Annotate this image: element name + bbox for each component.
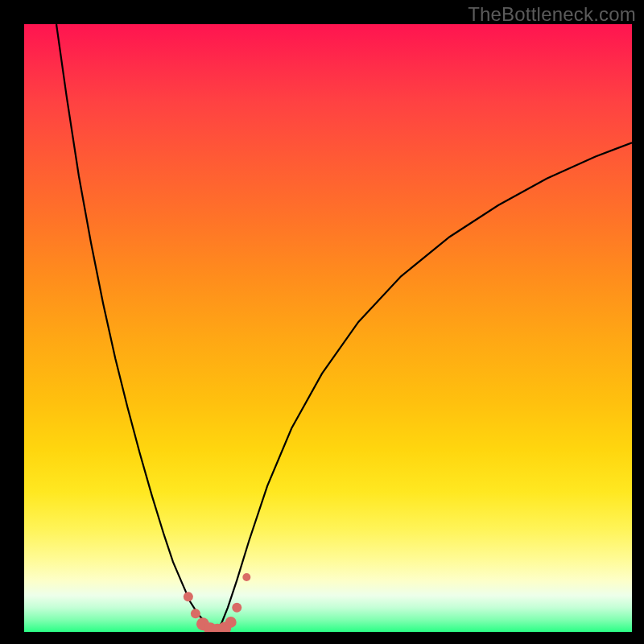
marker-dot [191, 609, 200, 618]
marker-dot [242, 573, 250, 581]
left-curve [56, 24, 217, 630]
bottom-dots-group [184, 573, 250, 632]
right-curve [217, 142, 632, 630]
marker-dot [232, 603, 242, 613]
marker-dot [184, 592, 193, 601]
chart-frame: TheBottleneck.com [0, 0, 644, 644]
marker-dot [225, 617, 237, 628]
watermark-text: TheBottleneck.com [468, 3, 636, 26]
curves-svg [24, 24, 632, 632]
plot-area [24, 24, 632, 632]
